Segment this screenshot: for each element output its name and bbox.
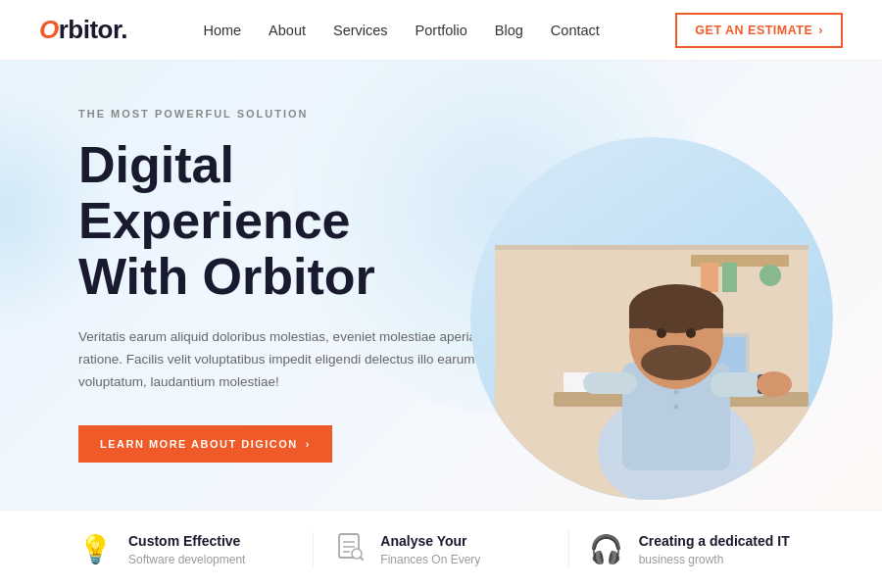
card-it-title: Creating a dedicated IT <box>639 532 790 550</box>
nav-blog-link[interactable]: Blog <box>495 23 523 38</box>
hero-image-circle <box>470 137 833 500</box>
svg-point-21 <box>757 371 792 397</box>
card-analyse-title: Analyse Your <box>380 532 480 550</box>
nav-services[interactable]: Services <box>333 22 388 39</box>
hero-title: Digital Experience With Orbitor <box>78 137 510 306</box>
card-it-icon: 🎧 <box>589 533 623 565</box>
svg-rect-15 <box>629 309 723 328</box>
logo[interactable]: Orbitor. <box>39 15 127 45</box>
hero-title-line1: Digital Experience <box>78 136 351 249</box>
svg-rect-22 <box>583 372 637 394</box>
card-analyse-icon <box>333 530 365 568</box>
svg-point-18 <box>641 345 711 380</box>
hero-title-line2: With Orbitor <box>78 248 375 305</box>
get-estimate-button[interactable]: GET AN ESTIMATE › <box>675 13 843 48</box>
svg-rect-25 <box>495 245 808 250</box>
card-it-subtitle: business growth <box>639 553 790 566</box>
estimate-label: GET AN ESTIMATE <box>695 24 812 37</box>
nav-links: Home About Services Portfolio Blog Conta… <box>203 22 599 39</box>
hero-person-illustration <box>495 167 808 500</box>
nav-portfolio-link[interactable]: Portfolio <box>416 23 467 38</box>
nav-contact-link[interactable]: Contact <box>551 23 600 38</box>
svg-rect-7 <box>701 263 718 292</box>
svg-point-23 <box>674 390 679 395</box>
svg-point-24 <box>674 405 679 410</box>
learn-more-button[interactable]: LEARN MORE ABOUT DIGICON › <box>78 425 332 463</box>
learn-more-label: LEARN MORE ABOUT DIGICON <box>100 438 298 450</box>
nav-portfolio[interactable]: Portfolio <box>416 22 467 39</box>
hero-content: THE MOST POWERFUL SOLUTION Digital Exper… <box>0 108 510 463</box>
nav-about[interactable]: About <box>269 22 306 39</box>
estimate-arrow: › <box>818 24 823 37</box>
nav-about-link[interactable]: About <box>269 23 306 38</box>
svg-point-16 <box>657 328 666 338</box>
card-analyse-subtitle: Finances On Every <box>380 553 480 566</box>
card-it: 🎧 Creating a dedicated IT business growt… <box>569 532 823 565</box>
svg-line-31 <box>361 558 363 560</box>
learn-more-arrow: › <box>306 438 311 450</box>
hero-subtitle: THE MOST POWERFUL SOLUTION <box>78 108 510 120</box>
logo-o: O <box>39 15 59 45</box>
card-software-text: Custom Effective Software development <box>128 532 245 565</box>
hero-image-area <box>470 118 833 510</box>
nav-services-link[interactable]: Services <box>333 23 388 38</box>
svg-rect-9 <box>760 265 781 286</box>
nav-blog[interactable]: Blog <box>495 22 523 39</box>
card-analyse-text: Analyse Your Finances On Every <box>380 532 480 565</box>
hero-description: Veritatis earum aliquid doloribus molest… <box>78 326 500 394</box>
card-it-text: Creating a dedicated IT business growth <box>639 532 790 565</box>
card-software: 💡 Custom Effective Software development <box>59 532 314 565</box>
bottom-cards: 💡 Custom Effective Software development … <box>0 510 882 588</box>
hero-section: THE MOST POWERFUL SOLUTION Digital Exper… <box>0 61 882 510</box>
nav-home[interactable]: Home <box>203 22 241 39</box>
nav-home-link[interactable]: Home <box>203 23 241 38</box>
card-software-title: Custom Effective <box>128 532 245 550</box>
card-software-subtitle: Software development <box>128 553 245 566</box>
svg-rect-8 <box>722 263 737 292</box>
svg-point-17 <box>686 328 696 338</box>
navbar: Orbitor. Home About Services Portfolio B… <box>0 0 882 61</box>
logo-text: rbitor. <box>59 15 127 45</box>
card-analyse: Analyse Your Finances On Every <box>314 530 568 568</box>
nav-contact[interactable]: Contact <box>551 22 600 39</box>
card-software-icon: 💡 <box>78 533 113 565</box>
